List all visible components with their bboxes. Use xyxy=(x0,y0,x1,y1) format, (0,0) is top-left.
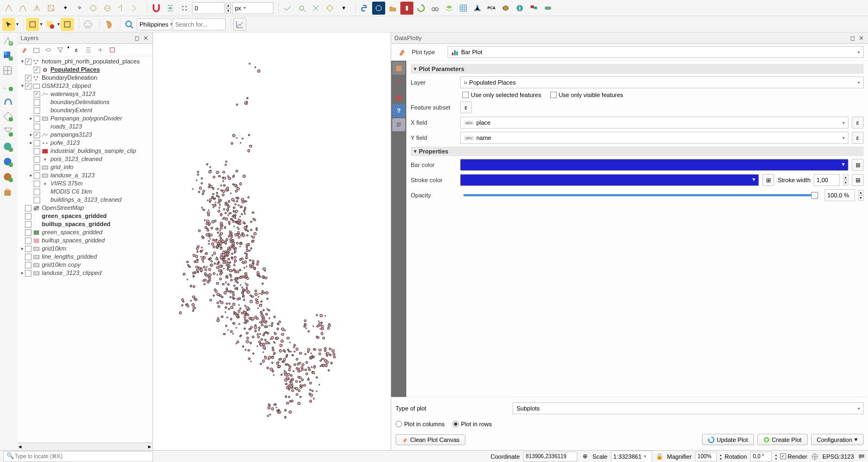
add-virtual-icon[interactable] xyxy=(1,125,15,139)
rot-input[interactable] xyxy=(750,452,772,461)
magnet-icon[interactable] xyxy=(150,2,163,15)
map-canvas[interactable] xyxy=(153,33,391,450)
layer-tree[interactable]: ▾✓hotosm_phl_north_populated_places✓Popu… xyxy=(17,56,152,442)
ear-icon[interactable] xyxy=(102,18,115,31)
green-icon[interactable] xyxy=(414,2,427,15)
add-delimited-icon[interactable]: , xyxy=(1,79,15,93)
undock-icon[interactable]: ◻ xyxy=(133,34,141,42)
layer-item[interactable]: pois_3123_cleaned xyxy=(17,155,152,163)
layer-item[interactable]: roads_3123 xyxy=(17,123,152,131)
tolerance-input[interactable] xyxy=(192,2,225,14)
tab-settings[interactable] xyxy=(392,62,405,75)
folder-icon[interactable] xyxy=(386,2,399,15)
messages-icon[interactable] xyxy=(857,452,866,461)
pca-icon[interactable]: PCA xyxy=(485,2,498,15)
tab-plot[interactable] xyxy=(392,90,405,103)
layer-item[interactable]: VIIRS 375m xyxy=(17,179,152,188)
add-wfs-icon[interactable] xyxy=(1,170,15,184)
add-vector-icon[interactable]: + xyxy=(1,34,15,48)
opacity-slider[interactable] xyxy=(463,194,818,196)
section-properties[interactable]: Properties xyxy=(411,146,864,156)
layer-item[interactable]: green_spaces_gridded xyxy=(17,212,152,220)
select-icon[interactable] xyxy=(2,18,15,31)
layer-item[interactable]: green_spaces_gridded xyxy=(17,228,152,236)
coord-input[interactable] xyxy=(523,452,577,461)
select-all-icon[interactable] xyxy=(61,18,74,31)
layer-item[interactable]: grid10km copy xyxy=(17,261,152,269)
chart-icon[interactable] xyxy=(233,18,246,31)
layer-item[interactable]: OpenStreetMap xyxy=(17,204,152,212)
add-gps-icon[interactable] xyxy=(1,94,15,108)
scale-combo[interactable]: 1:3323861 xyxy=(611,451,652,463)
flag-icon[interactable] xyxy=(527,2,540,15)
render-check[interactable]: ✓Render xyxy=(780,453,807,460)
plot-type-combo[interactable]: Bar Plot xyxy=(448,46,864,58)
section-plot-params[interactable]: Plot Parameters xyxy=(411,64,864,74)
plot-columns-radio[interactable]: Plot in columns xyxy=(395,421,445,427)
add-mesh-icon[interactable] xyxy=(1,64,15,78)
layer-item[interactable]: builtup_spaces_gridded xyxy=(17,236,152,245)
tool-icon[interactable] xyxy=(295,2,308,15)
visibility-icon[interactable] xyxy=(43,45,53,55)
binoculars-icon[interactable] xyxy=(429,2,442,15)
layer-item[interactable]: ▸landuse_3123_clipped xyxy=(17,269,152,277)
layer-item[interactable]: ▸✓pampanga3123 xyxy=(17,131,152,139)
search-input[interactable] xyxy=(173,18,226,30)
type-of-plot-combo[interactable]: Subplots xyxy=(513,402,864,414)
layer-item[interactable]: ▾✓hotosm_phl_north_populated_places xyxy=(17,57,152,66)
mag-input[interactable] xyxy=(695,452,717,461)
layer-item[interactable]: ▸grid10km xyxy=(17,245,152,253)
collapse-icon[interactable] xyxy=(95,45,105,55)
expression-icon[interactable]: ε xyxy=(460,101,472,113)
expand-icon[interactable] xyxy=(84,45,93,55)
configuration-button[interactable]: Configuration ▾ xyxy=(811,434,864,445)
country-combo[interactable]: Philippines xyxy=(137,18,171,30)
layer-hscroll[interactable]: ◂ ▸ xyxy=(17,442,152,450)
stroke-width-input[interactable] xyxy=(814,174,840,186)
layer-item[interactable]: line_lengths_gridded xyxy=(17,253,152,261)
tool-icon[interactable] xyxy=(323,2,336,15)
tab-help[interactable]: ? xyxy=(392,104,405,117)
tool-icon[interactable] xyxy=(44,2,58,15)
epsg-label[interactable]: EPSG:3123 xyxy=(822,453,854,460)
layer-item[interactable]: ▾✓OSM3123_clipped xyxy=(17,82,152,90)
layer-item[interactable]: boundaryExtent xyxy=(17,106,152,114)
layer-item[interactable]: ✓Populated Places xyxy=(17,66,152,74)
add-wms-icon[interactable] xyxy=(1,140,15,154)
expression-icon[interactable]: ε xyxy=(852,132,864,144)
add-wcs-icon[interactable] xyxy=(1,155,15,169)
data-defined-icon[interactable]: ⊞ xyxy=(762,174,774,186)
plugin-icon[interactable] xyxy=(372,2,385,15)
tool-icon[interactable] xyxy=(87,2,100,15)
y-field-combo[interactable]: abcname xyxy=(460,132,848,144)
python-icon[interactable] xyxy=(358,2,371,15)
create-plot-button[interactable]: Create Plot xyxy=(757,434,808,445)
info-icon[interactable]: i xyxy=(513,2,526,15)
layer-item[interactable]: ▸pofw_3123 xyxy=(17,139,152,147)
update-plot-button[interactable]: Update Plot xyxy=(702,434,754,445)
clean-plot-button[interactable]: Clean Plot Canvas xyxy=(395,434,465,445)
topo-icon[interactable] xyxy=(178,2,191,15)
tab-customize[interactable] xyxy=(392,76,405,89)
unit-combo[interactable]: px xyxy=(232,2,273,14)
layer-item[interactable]: ✓BoundaryDelineation xyxy=(17,74,152,82)
bar-color-button[interactable] xyxy=(460,159,848,171)
tool-icon[interactable]: ▾ xyxy=(337,2,350,15)
style-icon[interactable] xyxy=(20,45,29,55)
remove-icon[interactable] xyxy=(107,45,117,55)
bee-icon[interactable] xyxy=(499,2,512,15)
tool-icon[interactable]: ✧ xyxy=(73,2,86,15)
add-spatialite-icon[interactable] xyxy=(1,110,15,124)
layer-item[interactable]: industrial_buildings_sample_clip xyxy=(17,147,152,155)
network-icon[interactable] xyxy=(471,2,484,15)
layer-item[interactable]: grid_info xyxy=(17,163,152,171)
layer-item[interactable]: buildings_a_3123_cleaned xyxy=(17,196,152,204)
use-visible-check[interactable]: Use only visible features xyxy=(550,92,623,98)
face-icon[interactable] xyxy=(81,18,94,31)
layer-item[interactable]: ▸landuse_a_3123 xyxy=(17,171,152,179)
expression-icon[interactable]: ε xyxy=(852,117,864,129)
crs-icon[interactable] xyxy=(810,452,819,461)
search-icon[interactable] xyxy=(123,18,136,31)
tool-icon[interactable] xyxy=(101,2,114,15)
tool-icon[interactable] xyxy=(2,2,15,15)
